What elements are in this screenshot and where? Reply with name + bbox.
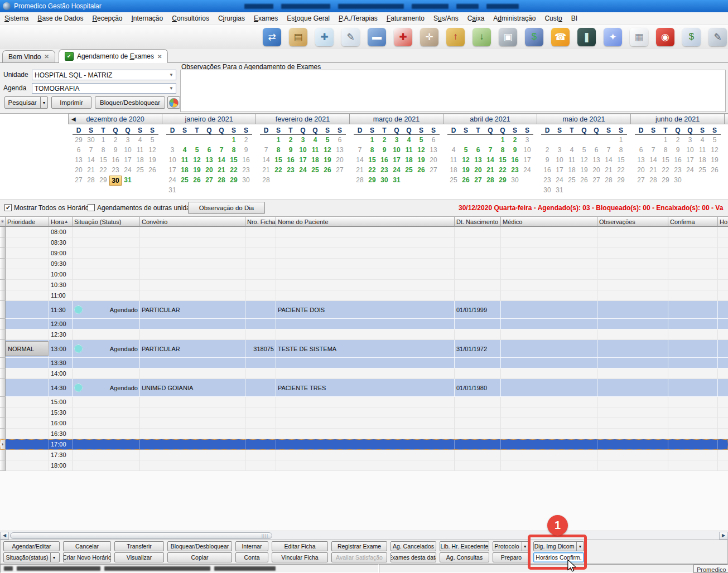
calendar-day[interactable]: 13 <box>203 155 215 165</box>
calendar-day[interactable]: 11 <box>179 155 191 165</box>
calendar-day[interactable]: 6 <box>472 145 484 155</box>
schedule-row-1000[interactable]: 10:00 <box>0 269 728 280</box>
calendar-day[interactable]: 9 <box>240 145 252 155</box>
calendar-day[interactable]: 26 <box>321 165 334 175</box>
pesquisar-dropdown-icon[interactable]: ▼ <box>40 97 48 108</box>
calendar-day[interactable]: 13 <box>590 155 602 165</box>
menu-cirurgias[interactable]: Cirurgias <box>214 13 249 24</box>
calendar-day[interactable]: 21 <box>354 165 366 175</box>
calendar-day[interactable]: 1 <box>272 135 285 145</box>
calendar-day[interactable]: 25 <box>447 175 460 185</box>
schedule-row-0900[interactable]: 09:00 <box>0 248 728 259</box>
calendar-day[interactable]: 12 <box>191 155 203 165</box>
calendar-day[interactable]: 22 <box>659 165 672 175</box>
row-selector-cell[interactable] <box>0 248 6 259</box>
calendar-day[interactable]: 2 <box>541 145 553 155</box>
calendar-day[interactable]: 19 <box>460 165 472 175</box>
calendar-day[interactable]: 28 <box>215 175 228 185</box>
calendar-day[interactable]: 29 <box>73 135 85 145</box>
calendar-day[interactable]: 10 <box>122 145 134 155</box>
calendar-day[interactable]: 14 <box>647 155 659 165</box>
visualizar-button[interactable]: Visualizar <box>114 552 164 562</box>
calendar-day[interactable]: 7 <box>484 145 496 155</box>
calendar-day[interactable]: 4 <box>179 145 191 155</box>
calendar-day[interactable]: 28 <box>484 175 496 185</box>
situa-o-status-dropdown-icon[interactable]: ▼ <box>50 553 57 562</box>
calendar-day[interactable]: 15 <box>97 155 109 165</box>
menu-administra-o[interactable]: Administração <box>489 13 540 24</box>
calendar-day[interactable]: 1 <box>366 135 378 145</box>
row-selector-cell[interactable]: › <box>0 439 6 450</box>
menu-caixa[interactable]: Caixa <box>463 13 489 24</box>
row-selector-cell[interactable] <box>0 329 6 340</box>
calendar-day[interactable]: 4 <box>309 135 321 145</box>
calendar-day[interactable]: 26 <box>460 175 472 185</box>
exames-desta-data-button[interactable]: Exames desta data <box>390 552 436 562</box>
calendar-day[interactable]: 3 <box>553 145 566 155</box>
internar-button[interactable]: Internar <box>235 541 268 551</box>
calendar-day[interactable]: 23 <box>672 165 684 175</box>
calendar-day[interactable]: 30 <box>672 175 684 185</box>
calendar-day[interactable]: 8 <box>228 145 240 155</box>
agenda-combo[interactable]: TOMOGRAFIA ▼ <box>32 83 176 94</box>
calendar-day[interactable]: 26 <box>191 175 203 185</box>
criar-novo-hor-rio-button[interactable]: Criar Novo Horário <box>63 552 111 562</box>
calendar-day[interactable]: 10 <box>166 155 179 165</box>
calendar-day[interactable]: 2 <box>509 135 521 145</box>
calendar-day[interactable]: 8 <box>659 145 672 155</box>
calendar-day[interactable]: 24 <box>122 165 134 175</box>
calendar-day[interactable]: 24 <box>684 165 696 175</box>
menu-custo[interactable]: Custo <box>540 13 566 24</box>
calendar-day[interactable]: 20 <box>472 165 484 175</box>
calendar-day[interactable]: 17 <box>390 155 403 165</box>
calendar-day[interactable]: 19 <box>321 155 334 165</box>
calendar-day[interactable]: 12 <box>415 145 427 155</box>
calendar-day[interactable]: 26 <box>146 165 158 175</box>
calendar-day[interactable]: 11 <box>696 145 708 155</box>
calendar-day[interactable]: 17 <box>122 155 134 165</box>
calendar-day[interactable]: 30 <box>541 185 553 195</box>
phone-book-icon[interactable]: ☎ <box>551 28 570 46</box>
row-selector-cell[interactable] <box>0 368 6 379</box>
calendar-day[interactable]: 28 <box>647 175 659 185</box>
schedule-row-1730[interactable]: 17:30 <box>0 450 728 460</box>
calendar-day[interactable]: 19 <box>146 155 158 165</box>
calendar-day[interactable]: 4 <box>134 135 146 145</box>
statistics-pie-button[interactable] <box>167 96 180 109</box>
schedule-row-1030[interactable]: 10:30 <box>0 280 728 290</box>
schedule-row-0830[interactable]: 08:30 <box>0 237 728 248</box>
calendar-day[interactable]: 28 <box>260 175 272 185</box>
calendar-day[interactable]: 3 <box>297 135 309 145</box>
dig-img-dicom-button[interactable]: Dig. Img Dicom▼ <box>533 541 584 551</box>
calendar-day[interactable]: 31 <box>553 185 566 195</box>
calendar-day[interactable]: 9 <box>378 145 390 155</box>
calendar-day[interactable]: 27 <box>73 175 85 185</box>
column-header-ho[interactable]: Ho <box>718 217 728 227</box>
calendar-day[interactable]: 16 <box>240 155 252 165</box>
calendar-day[interactable]: 26 <box>415 165 427 175</box>
menu-sistema[interactable]: Sistema <box>0 13 33 24</box>
expense-down-icon[interactable]: ↓ <box>473 28 491 46</box>
row-selector-cell[interactable] <box>0 379 6 397</box>
calendar-day[interactable]: 19 <box>415 155 427 165</box>
row-selector-cell[interactable] <box>0 280 6 290</box>
calendar-day[interactable]: 2 <box>285 135 297 145</box>
row-selector-cell[interactable] <box>0 397 6 407</box>
pesquisar-button[interactable]: Pesquisar ▼ <box>4 96 48 109</box>
ag-consultas-button[interactable]: Ag. Consultas <box>440 552 489 562</box>
vincular-ficha-button[interactable]: Vincular Ficha <box>272 552 328 562</box>
column-header-marker[interactable]: ✳ <box>0 217 6 227</box>
calendar-day[interactable]: 4 <box>403 135 415 145</box>
calendar-day[interactable]: 7 <box>260 145 272 155</box>
calendar-day[interactable]: 18 <box>447 165 460 175</box>
calendar-day[interactable]: 14 <box>602 155 615 165</box>
column-header-prioridade[interactable]: Prioridade <box>6 217 49 227</box>
calendar-day[interactable]: 12 <box>460 155 472 165</box>
calendar-day[interactable]: 22 <box>615 165 627 175</box>
calendar-day[interactable]: 17 <box>684 155 696 165</box>
calendar-day[interactable]: 24 <box>390 165 403 175</box>
calendar-day[interactable]: 6 <box>635 145 647 155</box>
calendar-day[interactable]: 27 <box>427 165 440 175</box>
calendar-day[interactable]: 26 <box>578 175 590 185</box>
calendar-day[interactable]: 6 <box>73 145 85 155</box>
